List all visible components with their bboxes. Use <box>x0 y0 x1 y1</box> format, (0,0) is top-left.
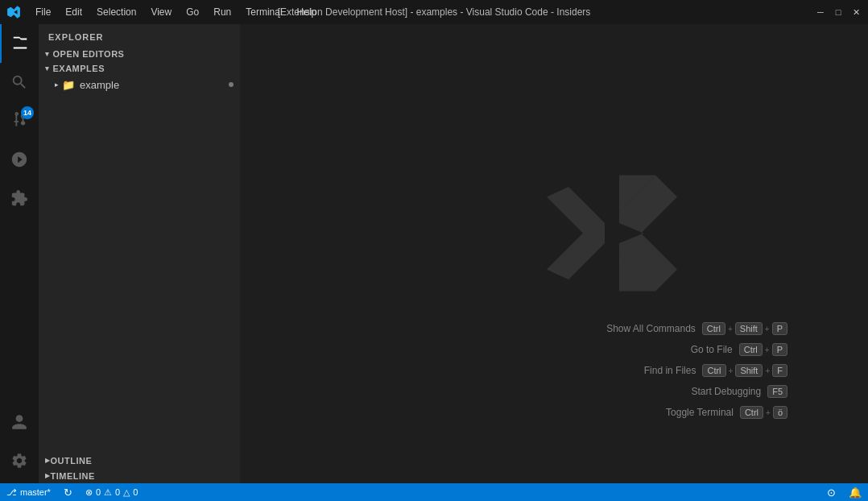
menu-run[interactable]: Run <box>207 5 238 19</box>
examples-section[interactable]: ▾ EXAMPLES <box>39 61 240 76</box>
shortcuts-panel: Show All Commands Ctrl + Shift + P Go to… <box>606 322 787 419</box>
remote-status-item[interactable]: ⊙ <box>820 483 842 501</box>
error-count: 0 <box>96 487 101 497</box>
examples-chevron-icon: ▾ <box>45 64 50 72</box>
example-folder-label: example <box>80 79 119 91</box>
folder-icon: 📁 <box>62 79 75 91</box>
kbd-ctrl-4: Ctrl <box>740 406 763 419</box>
vscode-logo-icon <box>6 5 21 19</box>
timeline-label: TIMELINE <box>51 471 95 481</box>
open-editors-section[interactable]: ▾ OPEN EDITORS <box>39 47 240 61</box>
activity-bar-bottom <box>0 403 39 483</box>
menu-edit[interactable]: Edit <box>59 5 89 19</box>
sidebar-title: EXPLORER <box>39 24 240 47</box>
kbd-ctrl-3: Ctrl <box>702 364 725 377</box>
branch-status-item[interactable]: ⎇ master* <box>0 483 57 501</box>
statusbar-left: ⎇ master* ↻ ⊗ 0 ⚠ 0 △ 0 <box>0 483 144 501</box>
menu-go[interactable]: Go <box>180 5 205 19</box>
menu-file[interactable]: File <box>29 5 57 19</box>
editor-area: Show All Commands Ctrl + Shift + P Go to… <box>240 24 868 483</box>
show-all-commands-label: Show All Commands <box>606 323 696 334</box>
watermark-logo-icon <box>539 161 684 306</box>
window-title: [Extension Development Host] - examples … <box>278 6 591 18</box>
example-folder-chevron-icon: ▸ <box>55 81 59 89</box>
file-tree: ▸ 📁 example <box>39 76 240 453</box>
sync-icon: ↻ <box>64 487 72 499</box>
find-in-files-keys: Ctrl + Shift + F <box>702 364 787 377</box>
start-debugging-label: Start Debugging <box>691 386 761 397</box>
toggle-terminal-keys: Ctrl + ö <box>740 406 787 419</box>
minimize-button[interactable]: ─ <box>815 6 826 18</box>
titlebar-left: File Edit Selection View Go Run Terminal… <box>6 5 323 19</box>
warning-count: 0 <box>115 487 120 497</box>
example-folder-item[interactable]: ▸ 📁 example <box>39 76 240 93</box>
kbd-p-2: P <box>772 343 787 356</box>
kbd-o-umlaut: ö <box>773 406 787 419</box>
kbd-shift-1: Shift <box>735 322 763 335</box>
activity-bar: 14 <box>0 24 39 483</box>
shortcut-start-debugging: Start Debugging F5 <box>606 385 787 398</box>
source-control-activity-icon[interactable]: 14 <box>0 101 39 140</box>
sync-status-item[interactable]: ↻ <box>57 483 79 501</box>
shortcut-show-all-commands: Show All Commands Ctrl + Shift + P <box>606 322 787 335</box>
settings-activity-icon[interactable] <box>0 441 39 480</box>
maximize-button[interactable]: □ <box>833 6 844 18</box>
kbd-ctrl-1: Ctrl <box>702 322 725 335</box>
errors-status-item[interactable]: ⊗ 0 ⚠ 0 △ 0 <box>79 483 144 501</box>
extensions-activity-icon[interactable] <box>0 179 39 217</box>
branch-name: master* <box>20 487 51 497</box>
find-in-files-label: Find in Files <box>644 365 696 376</box>
sidebar-bottom-sections: ▸ OUTLINE ▸ TIMELINE <box>39 453 240 483</box>
notification-icon: 🔔 <box>849 487 862 499</box>
shortcut-find-in-files: Find in Files Ctrl + Shift + F <box>606 364 787 377</box>
kbd-shift-3: Shift <box>735 364 763 377</box>
search-activity-icon[interactable] <box>0 63 39 101</box>
triangle-icon: △ <box>123 487 130 498</box>
show-all-commands-keys: Ctrl + Shift + P <box>702 322 787 335</box>
kbd-f5: F5 <box>767 385 787 398</box>
kbd-p-1: P <box>772 322 787 335</box>
notification-status-item[interactable]: 🔔 <box>842 483 868 501</box>
open-editors-chevron-icon: ▾ <box>45 50 50 58</box>
accounts-activity-icon[interactable] <box>0 403 39 441</box>
shortcut-go-to-file: Go to File Ctrl + P <box>606 343 787 356</box>
error-icon: ⊗ <box>85 487 93 498</box>
triangle-count: 0 <box>133 487 138 497</box>
watermark <box>539 161 684 330</box>
run-debug-activity-icon[interactable] <box>0 140 39 179</box>
branch-icon: ⎇ <box>6 487 17 498</box>
window-controls: ─ □ ✕ <box>815 6 862 18</box>
modified-indicator <box>229 82 234 87</box>
sidebar: EXPLORER ▾ OPEN EDITORS ▾ EXAMPLES ▸ 📁 e… <box>39 24 240 483</box>
explorer-activity-icon[interactable] <box>0 24 39 63</box>
shortcut-toggle-terminal: Toggle Terminal Ctrl + ö <box>606 406 787 419</box>
warning-icon: ⚠ <box>104 487 112 498</box>
svg-marker-0 <box>547 187 605 279</box>
remote-icon: ⊙ <box>827 487 836 499</box>
close-button[interactable]: ✕ <box>850 6 862 18</box>
menu-selection[interactable]: Selection <box>90 5 143 19</box>
kbd-f-3: F <box>772 364 787 377</box>
go-to-file-keys: Ctrl + P <box>739 343 787 356</box>
toggle-terminal-label: Toggle Terminal <box>666 407 734 418</box>
kbd-ctrl-2: Ctrl <box>739 343 763 356</box>
menu-view[interactable]: View <box>144 5 178 19</box>
start-debugging-keys: F5 <box>767 385 787 398</box>
statusbar: ⎇ master* ↻ ⊗ 0 ⚠ 0 △ 0 ⊙ 🔔 <box>0 483 868 501</box>
timeline-section[interactable]: ▸ TIMELINE <box>39 468 240 483</box>
main-layout: 14 EXPLO <box>0 24 868 483</box>
statusbar-right: ⊙ 🔔 <box>820 483 868 501</box>
examples-label: EXAMPLES <box>53 64 105 73</box>
open-editors-label: OPEN EDITORS <box>53 49 125 59</box>
outline-label: OUTLINE <box>51 456 93 466</box>
outline-section[interactable]: ▸ OUTLINE <box>39 453 240 468</box>
source-control-badge: 14 <box>21 106 34 119</box>
titlebar: File Edit Selection View Go Run Terminal… <box>0 0 868 24</box>
go-to-file-label: Go to File <box>691 344 733 355</box>
